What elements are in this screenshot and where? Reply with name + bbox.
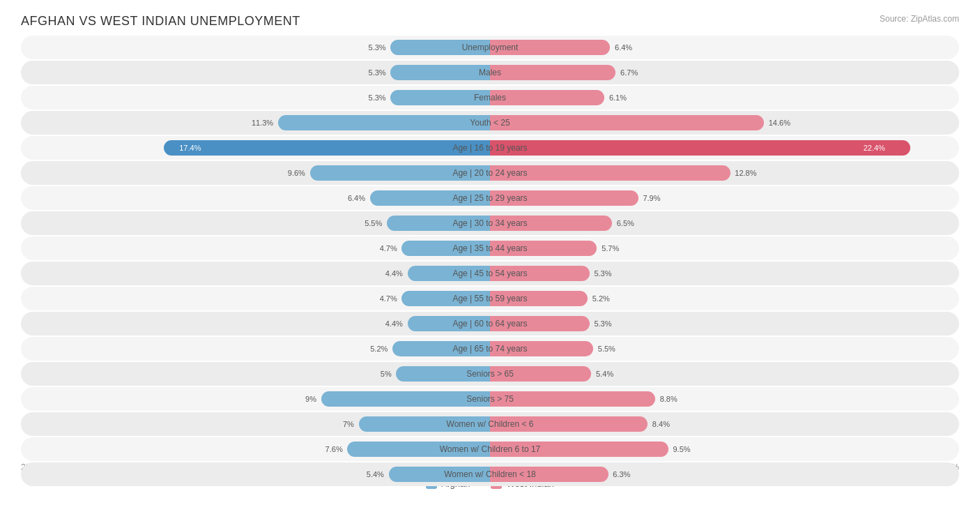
val-right: 12.8%: [735, 169, 756, 177]
bar-right: [490, 316, 590, 331]
bar-left: [347, 442, 490, 457]
bar-right: [490, 65, 615, 80]
chart-row: Unemployment5.3%6.4%: [21, 36, 959, 59]
bar-right: [490, 442, 668, 457]
bar-left: [401, 241, 490, 256]
bar-left: [392, 341, 490, 356]
bar-left: [390, 65, 490, 80]
val-left: 4.4%: [385, 319, 403, 328]
chart-row: Women w/ Children < 67%8.4%: [21, 412, 959, 436]
val-left: 5%: [381, 370, 392, 378]
val-left: 5.2%: [370, 345, 388, 353]
chart-row: Age | 30 to 34 years5.5%6.5%: [21, 211, 959, 235]
bar-right: [490, 190, 638, 206]
val-left: 7%: [343, 420, 354, 428]
val-left: 5.3%: [369, 93, 386, 102]
bar-right: [490, 241, 597, 256]
chart-row: Males5.3%6.7%: [21, 61, 959, 84]
val-left: 9.6%: [288, 169, 305, 177]
bar-left: [321, 391, 490, 407]
val-left: 7.6%: [326, 445, 343, 453]
val-right: 22.4%: [864, 144, 885, 152]
val-left: 9%: [305, 395, 316, 403]
chart-row: Age | 25 to 29 years6.4%7.9%: [21, 186, 959, 210]
bar-right: [490, 416, 648, 432]
chart-title: AFGHAN VS WEST INDIAN UNEMPLOYMENT: [21, 14, 959, 29]
val-right: 5.5%: [598, 345, 615, 353]
chart-row: Women w/ Children < 185.4%6.3%: [21, 462, 959, 486]
chart-container: AFGHAN VS WEST INDIAN UNEMPLOYMENT Sourc…: [0, 0, 980, 528]
val-right: 6.4%: [615, 43, 632, 52]
val-right: 5.7%: [602, 244, 619, 252]
val-right: 5.4%: [596, 370, 613, 378]
chart-row: Youth < 2511.3%14.6%: [21, 111, 959, 135]
val-left: 4.7%: [380, 244, 397, 252]
bar-right: [490, 391, 655, 407]
bar-right: [490, 467, 608, 482]
bar-left: [408, 266, 490, 281]
val-left: 5.4%: [367, 470, 384, 478]
val-right: 7.9%: [643, 194, 660, 202]
source-text: Source: ZipAtlas.com: [880, 14, 959, 24]
bar-right: [490, 40, 610, 55]
bar-right: [490, 90, 604, 105]
bar-left: [310, 165, 490, 181]
bar-left: [359, 416, 490, 432]
chart-row: Seniors > 655%5.4%: [21, 362, 959, 386]
bar-left: [390, 90, 490, 105]
bar-left: [278, 115, 490, 130]
bar-left: [387, 216, 490, 231]
val-right: 8.4%: [652, 420, 670, 428]
bar-right: [490, 165, 730, 181]
chart-row: Age | 55 to 59 years4.7%5.2%: [21, 287, 959, 310]
val-right: 5.3%: [594, 319, 611, 328]
val-left: 6.4%: [348, 194, 365, 202]
bar-left: [401, 291, 490, 306]
chart-row: Age | 65 to 74 years5.2%5.5%: [21, 337, 959, 361]
bar-left: [389, 467, 490, 482]
val-right: 6.7%: [620, 68, 638, 77]
bar-left: [164, 140, 490, 156]
val-right: 5.3%: [594, 269, 611, 278]
val-right: 6.3%: [613, 470, 630, 478]
val-right: 8.8%: [660, 395, 677, 403]
bar-left: [396, 366, 490, 382]
val-left: 4.7%: [380, 294, 397, 303]
chart-row: Age | 60 to 64 years4.4%5.3%: [21, 312, 959, 335]
chart-row: Seniors > 759%8.8%: [21, 387, 959, 411]
chart-row: Age | 20 to 24 years9.6%12.8%: [21, 161, 959, 185]
val-right: 6.1%: [609, 93, 627, 102]
val-right: 9.5%: [673, 445, 690, 453]
val-left: 5.5%: [365, 219, 382, 227]
chart-row: Age | 45 to 54 years4.4%5.3%: [21, 262, 959, 285]
bar-right: [490, 140, 910, 156]
val-right: 5.2%: [592, 294, 610, 303]
bar-right: [490, 266, 590, 281]
chart-row: Females5.3%6.1%: [21, 86, 959, 110]
bar-left: [408, 316, 490, 331]
val-left: 11.3%: [252, 119, 273, 127]
chart-row: Age | 35 to 44 years4.7%5.7%: [21, 236, 959, 260]
bar-left: [370, 190, 490, 206]
val-left: 5.3%: [369, 68, 386, 77]
chart-row: Women w/ Children 6 to 177.6%9.5%: [21, 437, 959, 461]
bar-right: [490, 366, 591, 382]
chart-row: Age | 16 to 19 years17.4%22.4%: [21, 136, 959, 160]
chart-area: Unemployment5.3%6.4%Males5.3%6.7%Females…: [21, 36, 959, 459]
bar-right: [490, 341, 593, 356]
val-left: 5.3%: [369, 43, 386, 52]
val-right: 14.6%: [769, 119, 790, 127]
bar-right: [490, 216, 612, 231]
bar-right: [490, 115, 764, 130]
val-left: 4.4%: [385, 269, 403, 278]
val-left: 17.4%: [179, 144, 201, 152]
val-right: 6.5%: [617, 219, 634, 227]
bar-right: [490, 291, 588, 306]
bar-left: [390, 40, 490, 55]
